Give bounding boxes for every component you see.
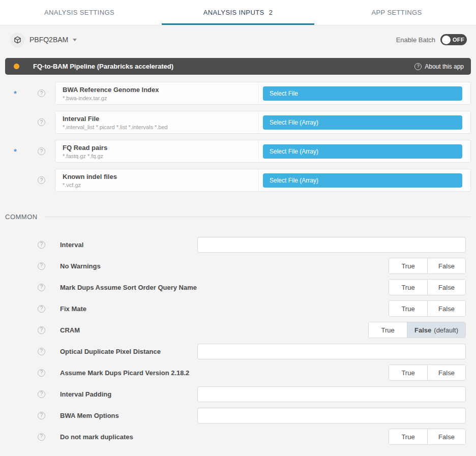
help-icon[interactable]: ? bbox=[38, 118, 45, 126]
section-divider-line bbox=[45, 217, 471, 217]
enable-batch-label: Enable Batch bbox=[396, 36, 435, 44]
tab-analysis-inputs[interactable]: ANALYSIS INPUTS 2 bbox=[159, 0, 317, 25]
help-icon[interactable]: ? bbox=[38, 390, 45, 398]
help-icon: ? bbox=[414, 63, 422, 70]
assume-mark-dups-picard-version-2-18-2-false-button[interactable]: False bbox=[427, 365, 465, 380]
mark-dups-assume-sort-order-query-name-false-button[interactable]: False bbox=[427, 280, 465, 295]
param-label: BWA Mem Options bbox=[60, 412, 119, 419]
file-input-row-bwa-reference-genome-index: * ? BWA Reference Genome Index *.bwa-ind… bbox=[0, 82, 476, 105]
option-label: False bbox=[438, 305, 455, 313]
section-title: COMMON bbox=[5, 213, 38, 221]
help-icon[interactable]: ? bbox=[38, 284, 45, 291]
chevron-down-icon bbox=[73, 39, 77, 41]
app-selector-dropdown[interactable]: PBFQ2BAM bbox=[10, 33, 77, 47]
param-row-do-not-mark-duplicates: ? Do not mark duplicates TrueFalse bbox=[0, 426, 476, 447]
help-icon[interactable]: ? bbox=[38, 241, 45, 249]
mark-dups-assume-sort-order-query-name-true-button[interactable]: True bbox=[389, 280, 427, 295]
help-icon[interactable]: ? bbox=[38, 369, 45, 377]
option-label: False bbox=[438, 284, 455, 291]
file-input-label: FQ Read pairs bbox=[63, 144, 258, 151]
do-not-mark-duplicates-false-button[interactable]: False bbox=[427, 429, 465, 444]
select-file-button-known-indel-files[interactable]: Select File (Array) bbox=[263, 173, 462, 188]
tab-label: ANALYSIS INPUTS bbox=[203, 9, 264, 16]
param-row-cram: ? CRAM TrueFalse(default) bbox=[0, 319, 476, 341]
file-input-label: BWA Reference Genome Index bbox=[63, 86, 258, 94]
param-row-mark-dups-assume-sort-order-query-name: ? Mark Dups Assume Sort Order Query Name… bbox=[0, 277, 476, 298]
row-gutter: * ? bbox=[0, 89, 55, 98]
param-label: Do not mark duplicates bbox=[60, 433, 133, 441]
file-input-info: Interval File *.interval_list *.picard *… bbox=[55, 111, 259, 133]
help-icon[interactable]: ? bbox=[38, 433, 45, 441]
param-label: Optical Duplicate Pixel Distance bbox=[60, 348, 161, 355]
tab-analysis-settings[interactable]: ANALYSIS SETTINGS bbox=[0, 0, 159, 25]
file-input-action: Select File (Array) bbox=[259, 111, 470, 133]
required-asterisk: * bbox=[14, 89, 21, 98]
optical-duplicate-pixel-distance-input[interactable] bbox=[197, 344, 466, 359]
option-label: True bbox=[401, 284, 414, 291]
cram-boolean-group: TrueFalse(default) bbox=[368, 322, 466, 338]
enable-batch-toggle[interactable]: OFF bbox=[440, 34, 467, 45]
param-label: No Warnings bbox=[60, 262, 101, 270]
file-input-card: BWA Reference Genome Index *.bwa-index.t… bbox=[55, 82, 471, 105]
file-input-action: Select File bbox=[259, 82, 470, 104]
file-input-card: Known indel files *.vcf.gz Select File (… bbox=[55, 169, 471, 192]
no-warnings-false-button[interactable]: False bbox=[427, 258, 465, 273]
bwa-mem-options-input[interactable] bbox=[197, 408, 466, 423]
param-control: TrueFalse bbox=[389, 364, 466, 381]
required-asterisk: * bbox=[14, 147, 21, 156]
about-this-app-label: About this app bbox=[425, 63, 464, 70]
help-icon[interactable]: ? bbox=[38, 147, 45, 155]
file-input-card: FQ Read pairs *.fastq.gz *.fq.gz Select … bbox=[55, 140, 471, 163]
file-input-patterns: *.bwa-index.tar.gz bbox=[63, 95, 258, 101]
param-label: Interval Padding bbox=[60, 390, 111, 398]
do-not-mark-duplicates-true-button[interactable]: True bbox=[389, 429, 427, 444]
row-gutter: * ? bbox=[0, 147, 55, 156]
help-icon[interactable]: ? bbox=[38, 348, 45, 355]
param-row-assume-mark-dups-picard-version-2-18-2: ? Assume Mark Dups Picard Version 2.18.2… bbox=[0, 362, 476, 383]
app-selector-row: PBFQ2BAM Enable Batch OFF bbox=[0, 25, 476, 54]
param-label: Fix Mate bbox=[60, 305, 86, 313]
help-icon[interactable]: ? bbox=[38, 305, 45, 313]
param-label: Mark Dups Assume Sort Order Query Name bbox=[60, 284, 197, 291]
param-row-bwa-mem-options: ? BWA Mem Options bbox=[0, 405, 476, 426]
select-file-button-interval-file[interactable]: Select File (Array) bbox=[263, 115, 462, 130]
select-file-button-bwa-reference-genome-index[interactable]: Select File bbox=[263, 86, 462, 101]
file-input-action: Select File (Array) bbox=[259, 169, 470, 191]
toggle-knob bbox=[442, 36, 451, 44]
row-gutter: * ? bbox=[0, 176, 55, 185]
help-icon[interactable]: ? bbox=[38, 262, 45, 270]
param-row-no-warnings: ? No Warnings TrueFalse bbox=[0, 255, 476, 277]
file-input-action: Select File (Array) bbox=[259, 140, 470, 162]
option-label: False bbox=[438, 433, 455, 441]
param-row-interval-padding: ? Interval Padding bbox=[0, 383, 476, 405]
help-icon[interactable]: ? bbox=[38, 412, 45, 419]
pipeline-header-bar: FQ-to-BAM Pipeline (Parabricks accelerat… bbox=[5, 58, 471, 75]
file-input-info: BWA Reference Genome Index *.bwa-index.t… bbox=[55, 82, 259, 104]
no-warnings-true-button[interactable]: True bbox=[389, 258, 427, 273]
param-label: Interval bbox=[60, 241, 83, 249]
option-label: True bbox=[401, 433, 414, 441]
file-inputs-section: * ? BWA Reference Genome Index *.bwa-ind… bbox=[0, 82, 476, 192]
about-this-app-link[interactable]: ? About this app bbox=[414, 63, 464, 70]
option-label: True bbox=[401, 305, 414, 313]
fix-mate-false-button[interactable]: False bbox=[427, 301, 465, 316]
cram-true-button[interactable]: True bbox=[369, 322, 407, 338]
interval-input[interactable] bbox=[197, 237, 466, 253]
help-icon[interactable]: ? bbox=[38, 326, 45, 334]
tab-app-settings[interactable]: APP SETTINGS bbox=[317, 0, 476, 25]
row-gutter: * ? bbox=[0, 118, 55, 127]
assume-mark-dups-picard-version-2-18-2-true-button[interactable]: True bbox=[389, 365, 427, 380]
cram-false-button[interactable]: False(default) bbox=[407, 322, 465, 338]
file-input-info: FQ Read pairs *.fastq.gz *.fq.gz bbox=[55, 140, 259, 162]
param-control: TrueFalse(default) bbox=[368, 322, 466, 338]
help-icon[interactable]: ? bbox=[38, 176, 45, 184]
option-label: True bbox=[401, 369, 414, 377]
param-control: TrueFalse bbox=[389, 258, 466, 274]
file-input-row-fq-read-pairs: * ? FQ Read pairs *.fastq.gz *.fq.gz Sel… bbox=[0, 140, 476, 163]
fix-mate-true-button[interactable]: True bbox=[389, 301, 427, 316]
param-control bbox=[197, 408, 466, 423]
help-icon[interactable]: ? bbox=[38, 89, 45, 97]
file-input-patterns: *.vcf.gz bbox=[63, 182, 258, 188]
interval-padding-input[interactable] bbox=[197, 386, 466, 402]
select-file-button-fq-read-pairs[interactable]: Select File (Array) bbox=[263, 144, 462, 159]
